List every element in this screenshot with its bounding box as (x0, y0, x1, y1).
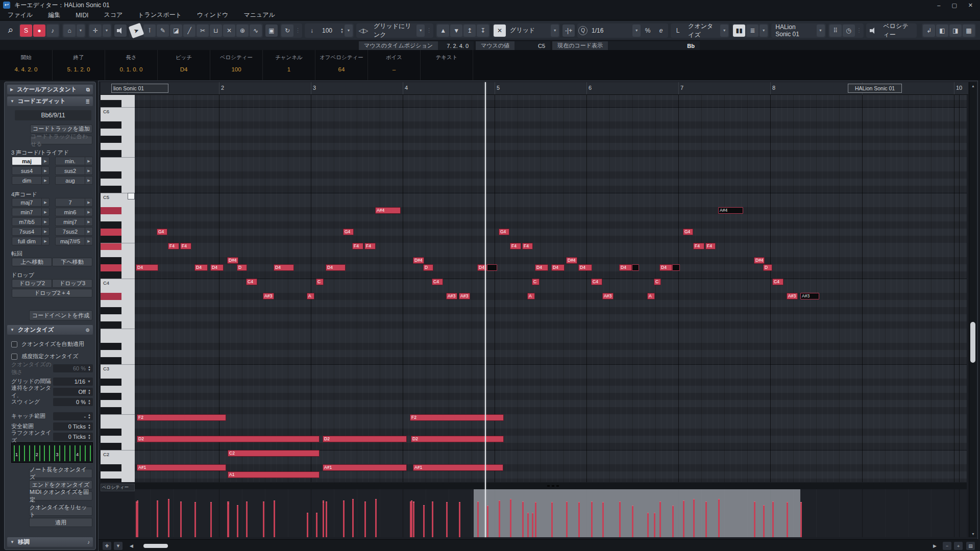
info-field-value[interactable]: 0. 1. 0. 0 (120, 66, 143, 72)
midi-note-C4[interactable]: C4 (246, 279, 257, 285)
midi-note-G4[interactable]: G4 (499, 229, 509, 235)
piano-key-A#3[interactable] (101, 293, 135, 300)
quantize-setting-value[interactable]: Off▲▼ (53, 388, 93, 396)
step-input-icon[interactable]: ⠿ (829, 24, 842, 37)
part-label-right[interactable]: HALion Sonic 01 (848, 84, 902, 93)
controller-preset-dropdown-icon[interactable]: ▼ (114, 542, 122, 550)
velocity-bar[interactable] (137, 502, 138, 537)
midi-note-A1[interactable]: A1 (228, 471, 320, 478)
create-chord-event-button[interactable]: コードイベントを作成 (29, 310, 92, 320)
midi-note-A#1[interactable]: A#1 (413, 464, 503, 471)
quantize-action-button[interactable]: MIDI クオンタイズを固定 (29, 491, 92, 500)
velocity-bar[interactable] (683, 500, 684, 537)
velocity-bar[interactable] (263, 502, 264, 537)
drop-button[interactable]: ドロップ2 (12, 279, 52, 288)
piano-key-F#4[interactable] (101, 236, 135, 243)
velocity-bar[interactable] (659, 502, 661, 537)
velocity-bar[interactable] (323, 502, 324, 537)
midi-note-D4[interactable]: D4 (210, 264, 224, 271)
velocity-bar[interactable] (602, 502, 604, 537)
velocity-bar[interactable] (705, 502, 707, 537)
velocity-bar[interactable] (718, 499, 720, 537)
midi-note-D4[interactable]: D4 (274, 264, 294, 271)
midi-note-D4[interactable]: D4 (659, 264, 672, 271)
snap-type-value[interactable]: グリッド (507, 26, 550, 35)
piano-key-F#2[interactable] (101, 407, 135, 414)
auto-apply-checkbox[interactable] (11, 341, 17, 347)
piano-key-D2[interactable] (101, 436, 135, 443)
midi-note-C4[interactable]: C (532, 279, 540, 285)
show-note-info-button[interactable]: ▣ (265, 24, 278, 37)
add-chord-track-button[interactable]: コードトラックを追加 (30, 124, 92, 133)
piano-key-E5[interactable] (101, 164, 135, 171)
velocity-bar[interactable] (210, 502, 212, 537)
midi-note-A#4[interactable]: A#4 (375, 207, 401, 214)
midi-note-D4[interactable]: D (237, 264, 247, 271)
chord-button-7sus4[interactable]: 7sus4▶ (12, 227, 50, 236)
midi-note-D4[interactable]: D (763, 264, 772, 271)
midi-note-F2[interactable]: F2 (410, 414, 504, 421)
midi-note-D#4[interactable]: D#4 (754, 257, 765, 264)
midi-note-A#3[interactable]: A#3 (459, 293, 470, 299)
piano-key-C#2[interactable] (101, 443, 135, 450)
zoom-in-button[interactable]: ＋ (954, 542, 963, 550)
velocity-bar[interactable] (237, 505, 238, 537)
velocity-bar[interactable] (307, 513, 308, 537)
match-chord-track-button[interactable]: コードトラックに合わせる (30, 136, 92, 144)
midi-note-A#1[interactable]: A#1 (323, 464, 407, 471)
velocity-lane[interactable] (135, 489, 967, 537)
midi-note-A#3[interactable]: A (527, 293, 535, 299)
note-grid[interactable]: D4G4F4F4D4D4D#4DC4A#3D4ACD4G4F4F4A#4D#4D… (135, 95, 967, 482)
piano-key-C6[interactable]: C6 (101, 107, 135, 114)
playhead-cursor[interactable] (485, 82, 486, 537)
auto-apply-row[interactable]: クオンタイズを自動適用 (11, 340, 84, 348)
velocity-bar[interactable] (591, 502, 593, 537)
controller-speaker-icon[interactable] (867, 24, 879, 37)
velocity-bar[interactable] (672, 506, 674, 537)
nudge-up-icon[interactable]: ▲ (437, 24, 449, 37)
quantize-header[interactable]: ▼ クオンタイズ ⊙ (7, 325, 93, 335)
velocity-bar[interactable] (168, 499, 169, 537)
velocity-bar[interactable] (787, 502, 788, 537)
velocity-bar[interactable] (632, 506, 633, 537)
info-field-value[interactable]: D4 (180, 66, 188, 72)
chord-display-field[interactable]: Bb6/9/11 (15, 110, 91, 120)
zoom-preset-icon[interactable]: ▤ (966, 542, 975, 550)
piano-key-D#5[interactable] (101, 171, 135, 179)
velocity-bar[interactable] (228, 504, 229, 537)
piano-key-B5[interactable] (101, 114, 135, 121)
midi-note-G4[interactable]: G4 (683, 229, 693, 235)
iterative-quantize-checkbox[interactable] (11, 354, 17, 360)
menu-item-編集[interactable]: 編集 (40, 10, 68, 20)
part-edit-mode-button[interactable]: ✛ (89, 24, 102, 37)
midi-note-D4[interactable]: D4 (136, 264, 158, 271)
zoom-tool[interactable]: ⊕ (236, 24, 249, 37)
velocity-bar[interactable] (754, 502, 755, 537)
velocity-bar[interactable] (522, 502, 524, 537)
piano-key-D3[interactable] (101, 350, 135, 357)
draw-tool[interactable]: ✎ (157, 24, 169, 37)
info-field-value[interactable]: 5. 1. 2. 0 (67, 66, 90, 72)
velocity-lane-label[interactable]: ベロシティー (101, 484, 135, 491)
close-button[interactable]: ✕ (968, 2, 973, 9)
velocity-bar[interactable] (432, 502, 433, 537)
strength-value-field[interactable]: 60 %▲▼ (53, 364, 93, 372)
piano-key-B1[interactable] (101, 457, 135, 464)
velocity-bar[interactable] (157, 500, 158, 537)
chord-play-arrow-icon[interactable]: ▶ (85, 198, 92, 206)
velocity-bar[interactable] (693, 499, 695, 537)
chord-button-m7/b5[interactable]: m7/b5▶ (12, 217, 50, 226)
piano-key-G#2[interactable] (101, 393, 135, 400)
midi-note-A#3[interactable]: A#3 (263, 293, 274, 299)
midi-note-F4[interactable]: F4 (180, 243, 191, 249)
object-selection-tool[interactable]: ➤ (129, 22, 144, 38)
chord-play-arrow-icon[interactable]: ▶ (41, 157, 49, 165)
midi-note-F4[interactable]: F4 (364, 243, 376, 249)
chord-button-aug[interactable]: aug▶ (55, 176, 93, 185)
quantize-apply-button[interactable]: 適用 (29, 518, 92, 527)
velocity-bar[interactable] (578, 502, 580, 537)
midi-note-A#1[interactable]: A#1 (137, 464, 226, 471)
piano-key-B4[interactable] (101, 200, 135, 207)
piano-key-G#4[interactable] (101, 221, 135, 229)
midi-note-F4[interactable]: F4 (168, 243, 179, 249)
